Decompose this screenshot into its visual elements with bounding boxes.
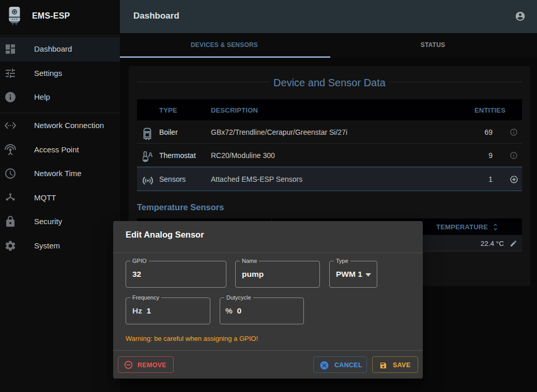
svg-text:A: A [148,151,153,159]
